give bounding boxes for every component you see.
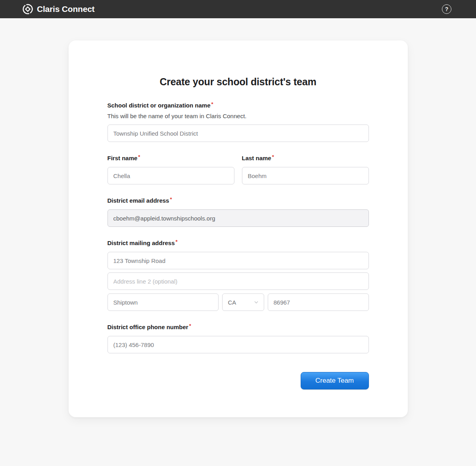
last-name-input[interactable] [242, 167, 369, 184]
org-name-input[interactable] [107, 125, 369, 142]
last-name-label: Last name [242, 155, 271, 161]
required-asterisk: * [170, 196, 172, 202]
page-body: Create your school district's team Schoo… [0, 18, 476, 466]
page-title: Create your school district's team [107, 76, 369, 88]
brand[interactable]: Claris Connect [22, 4, 94, 15]
first-name-field: First name* [107, 155, 234, 184]
state-select[interactable]: CA [222, 293, 264, 311]
org-label: School district or organization name [107, 102, 211, 109]
claris-logo-icon [22, 4, 33, 15]
brand-name: Claris Connect [37, 4, 94, 14]
state-select-value: CA [228, 299, 236, 306]
name-row: First name* Last name* [107, 155, 369, 184]
address-line2-input[interactable] [107, 272, 369, 290]
org-helper-text: This will be the name of your team in Cl… [107, 113, 369, 119]
email-input[interactable] [107, 209, 369, 227]
first-name-label: First name [107, 155, 138, 161]
help-icon: ? [445, 6, 449, 12]
required-asterisk: * [138, 154, 140, 160]
last-name-field: Last name* [242, 155, 369, 184]
zip-input[interactable] [268, 293, 369, 311]
required-asterisk: * [189, 323, 191, 329]
phone-field: District office phone number* [107, 324, 369, 353]
city-input[interactable] [107, 293, 219, 311]
required-asterisk: * [211, 101, 213, 107]
button-row: Create Team [107, 372, 369, 389]
top-bar: Claris Connect ? [0, 0, 476, 18]
phone-label: District office phone number [107, 324, 188, 330]
city-state-zip-row: CA [107, 293, 369, 311]
required-asterisk: * [176, 239, 178, 245]
help-button[interactable]: ? [442, 4, 451, 14]
required-asterisk: * [272, 154, 274, 160]
email-label: District email address [107, 197, 169, 204]
mailing-address-field: District mailing address* CA [107, 240, 369, 311]
create-team-button[interactable]: Create Team [301, 372, 369, 389]
org-field: School district or organization name* Th… [107, 102, 369, 142]
phone-input[interactable] [107, 336, 369, 353]
mailing-label: District mailing address [107, 240, 175, 246]
first-name-input[interactable] [107, 167, 234, 184]
chevron-down-icon [253, 299, 259, 305]
create-team-card: Create your school district's team Schoo… [69, 40, 408, 417]
address-line1-input[interactable] [107, 252, 369, 269]
email-field: District email address* [107, 197, 369, 227]
